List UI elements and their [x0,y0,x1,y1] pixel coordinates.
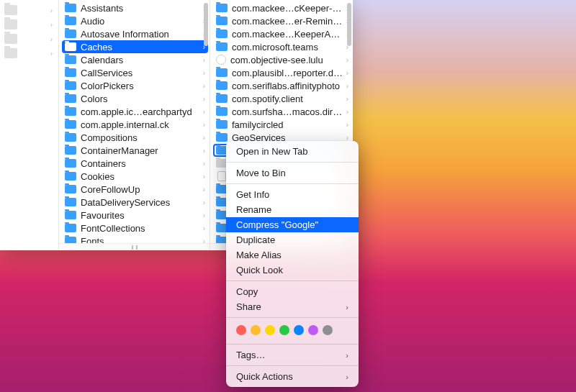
folder-icon [216,29,228,38]
folder-icon [216,4,228,12]
list-item[interactable]: com.spotify.client› [213,92,351,105]
folder-icon [216,133,228,142]
tag-color-dot[interactable] [265,325,275,335]
column-resize-handle[interactable] [59,243,210,250]
list-item[interactable]: Assistants› [62,1,208,14]
menu-item-label: Share [236,301,346,312]
menu-item[interactable]: Compress "Google" [226,217,359,232]
library-list[interactable]: Assistants›Audio›Autosave Information›Ca… [59,0,210,249]
chevron-right-icon: › [346,108,348,116]
folder-icon [65,42,76,51]
source-row[interactable]: › [0,46,58,60]
folder-icon [65,224,76,232]
list-item[interactable]: Favourites› [62,209,208,222]
menu-item-label: Open in New Tab [236,146,348,157]
list-item[interactable]: com.seriflabs.affinityphoto› [213,79,351,92]
list-item[interactable]: com.plausibl…reporter.data› [213,66,351,79]
list-item[interactable]: Calendars› [62,53,208,66]
tag-color-dot[interactable] [294,325,304,335]
chevron-right-icon: › [203,160,205,168]
chevron-right-icon: › [203,108,205,116]
tag-color-dot[interactable] [323,325,333,335]
menu-item[interactable]: Share› [226,299,359,314]
item-label: Calendars [81,55,200,65]
folder-icon [65,55,76,64]
item-label: Favourites [81,210,200,221]
list-item[interactable]: com.mackee…cKeeper-Info› [213,1,351,14]
chevron-right-icon: › [203,69,205,77]
folder-icon [216,17,228,25]
chevron-right-icon: › [203,199,205,206]
scrollbar-thumb[interactable] [347,3,351,46]
menu-item-label: Copy [236,286,348,297]
menu-item[interactable]: Move to Bin [226,165,359,181]
list-item[interactable]: CallServices› [62,66,208,79]
item-label: com.objective-see.lulu [230,55,343,65]
source-row[interactable]: › [0,32,58,46]
folder-icon [216,107,228,116]
list-item[interactable]: ColorPickers› [62,79,208,92]
item-label: com.spotify.client [232,94,343,104]
list-item[interactable]: Caches› [62,40,208,53]
item-label: Containers [81,158,200,169]
finder-column-library: Assistants›Audio›Autosave Information›Ca… [59,0,210,250]
chevron-right-icon: › [50,50,53,58]
list-item[interactable]: ContainerManager› [62,144,208,157]
list-item[interactable]: com.apple.internal.ck› [62,118,208,131]
chevron-right-icon: › [346,56,348,64]
menu-separator [226,344,359,345]
menu-item[interactable]: Open in New Tab [226,144,359,159]
list-item[interactable]: Containers› [62,157,208,170]
menu-item[interactable]: Rename [226,202,359,217]
folder-icon [65,29,76,38]
chevron-right-icon: › [203,95,205,103]
menu-item[interactable]: Make Alias [226,247,359,263]
folder-icon [65,211,76,219]
list-item[interactable]: com.surfsha…macos.direct› [213,105,351,118]
list-item[interactable]: Cookies› [62,170,208,183]
folder-icon [65,133,76,142]
tag-color-dot[interactable] [251,325,261,335]
scrollbar-thumb[interactable] [204,3,208,46]
chevron-right-icon: › [50,35,53,43]
tag-color-dot[interactable] [279,325,289,335]
folder-icon [65,94,76,103]
folder-icon [65,81,76,90]
list-item[interactable]: Colors› [62,92,208,105]
chevron-right-icon: › [346,95,348,103]
source-row[interactable]: › [0,17,58,32]
chevron-right-icon: › [50,6,53,14]
menu-item[interactable]: Duplicate [226,232,359,247]
list-item[interactable]: CoreFollowUp› [62,183,208,196]
list-item[interactable]: com.microsoft.teams› [213,40,351,53]
menu-item[interactable]: Copy [226,284,359,299]
folder-icon [216,68,228,77]
list-item[interactable]: com.mackee…er-Reminder› [213,14,351,27]
list-item[interactable]: com.mackee…KeeperAgent› [213,27,351,40]
tag-color-dot[interactable] [236,325,246,335]
source-row[interactable]: › [0,3,58,17]
menu-item[interactable]: Tags…› [226,347,359,363]
list-item[interactable]: com.apple.ic…earchpartyd› [62,105,208,118]
list-item[interactable]: familycircled› [213,118,351,131]
list-item[interactable]: Compositions› [62,131,208,144]
item-label: CoreFollowUp [81,184,200,195]
item-label: com.apple.ic…earchpartyd [81,106,200,117]
list-item[interactable]: DataDeliveryServices› [62,196,208,209]
chevron-right-icon: › [203,121,205,129]
list-item[interactable]: com.objective-see.lulu› [213,53,351,66]
folder-icon [4,19,17,29]
circle-icon [216,55,226,65]
menu-item[interactable] [226,337,359,341]
menu-item[interactable]: Quick Look [226,263,359,278]
list-item[interactable]: FontCollections› [62,222,208,234]
list-item[interactable]: Audio› [62,14,208,27]
menu-item[interactable]: Quick Actions› [226,369,359,384]
menu-item[interactable]: Get Info [226,187,359,202]
list-item[interactable]: Autosave Information› [62,27,208,40]
chevron-right-icon: › [203,211,205,219]
item-label: CallServices [81,68,200,78]
context-menu[interactable]: Open in New TabMove to BinGet InfoRename… [226,141,359,387]
tag-color-dot[interactable] [308,325,318,335]
item-label: com.apple.internal.ck [81,119,200,130]
